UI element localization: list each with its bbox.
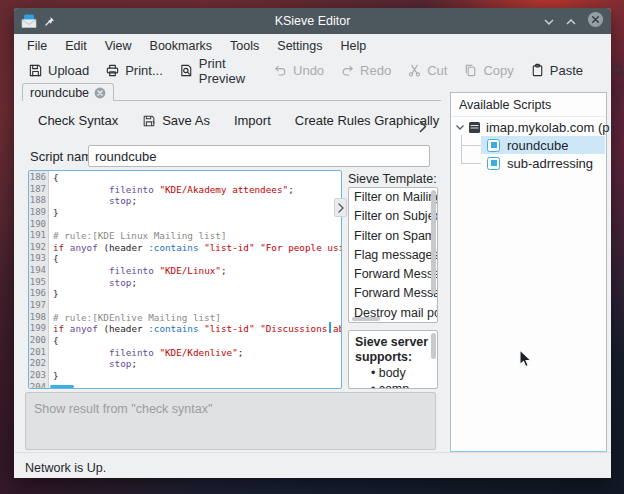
capabilities-vscrollbar[interactable] <box>431 333 436 359</box>
find-icon <box>611 63 624 78</box>
find-button[interactable]: Find... <box>603 60 624 81</box>
code-segment: ; <box>131 195 137 206</box>
upload-icon <box>28 63 43 78</box>
code-segment: anyof <box>70 323 98 334</box>
expand-chevron-icon[interactable] <box>455 124 465 131</box>
text-caret <box>329 322 331 333</box>
template-item[interactable]: Filter on Spam <box>349 227 437 246</box>
template-item[interactable]: Filter on Mailing List <box>349 188 437 207</box>
code-segment: stop <box>109 195 131 206</box>
code-segment: "KDE/Linux" <box>159 265 221 276</box>
button-label: Save As <box>162 113 210 128</box>
line-number: 188 <box>29 195 46 207</box>
line-number: 194 <box>29 265 46 277</box>
code-line: stop; <box>53 195 341 207</box>
code-line: { <box>53 172 341 184</box>
check-syntax-result-box: Show result from "check syntax" <box>25 392 436 450</box>
code-segment <box>53 347 109 358</box>
redo-icon <box>340 63 355 78</box>
tab-close-icon[interactable] <box>94 87 106 99</box>
code-segment: ; <box>288 184 294 195</box>
template-item[interactable]: Flag messages <box>349 246 437 265</box>
server-icon <box>468 121 481 134</box>
splitter-collapse-button[interactable] <box>334 198 347 217</box>
line-number: 200 <box>29 335 46 347</box>
import-button[interactable]: Import <box>224 109 281 132</box>
template-item[interactable]: Forward Message <box>349 265 437 284</box>
print-icon <box>105 63 120 78</box>
line-number: 189 <box>29 207 46 219</box>
editor-horizontal-scrollbar[interactable] <box>50 385 74 388</box>
toolbar-button-label: Redo <box>360 63 391 78</box>
print-preview-icon <box>179 63 194 78</box>
tree-row-script-sub-adrressing[interactable]: sub-adrressing <box>451 154 624 172</box>
paste-icon <box>530 63 545 78</box>
code-line: } <box>53 288 341 300</box>
toolbar-button-label: Copy <box>483 63 513 78</box>
code-segment: :contains <box>148 242 198 253</box>
titlebar[interactable]: KSieve Editor <box>14 8 611 34</box>
code-line: fileinto "KDE/Kdenlive"; <box>53 347 341 359</box>
tab-roundcube[interactable]: roundcube <box>22 83 114 101</box>
template-item[interactable]: Forward Message <box>349 284 437 303</box>
code-segment: stop <box>109 358 131 369</box>
editor-code-area[interactable]: { fileinto "KDE/Akademy attendees"; stop… <box>49 171 341 388</box>
save-as-button[interactable]: Save As <box>132 109 220 132</box>
template-list-hscrollbar[interactable] <box>352 317 380 321</box>
close-button[interactable] <box>587 11 604 32</box>
menu-edit[interactable]: Edit <box>56 36 96 56</box>
tree-row-script-roundcube[interactable]: roundcube <box>451 136 624 154</box>
code-segment: anyof <box>70 242 98 253</box>
script-name-input[interactable] <box>88 145 430 167</box>
line-number: 195 <box>29 277 46 289</box>
print-preview-button[interactable]: Print Preview <box>171 53 253 89</box>
sieve-code-editor[interactable]: 1861871881891901911921931941951961971981… <box>28 170 342 389</box>
line-number: 187 <box>29 184 46 196</box>
script-label: sub-adrressing <box>507 156 593 171</box>
code-segment: stop <box>109 277 131 288</box>
script-toolbar: Check SyntaxSave AsImportCreate Rules Gr… <box>28 109 449 132</box>
cut-icon <box>407 63 422 78</box>
code-line <box>53 382 341 388</box>
line-number: 186 <box>29 172 46 184</box>
print-button[interactable]: Print... <box>97 60 171 81</box>
template-list-vscrollbar[interactable] <box>431 190 436 294</box>
code-line: } <box>53 207 341 219</box>
code-segment: # rule:[KDEnlive Mailing list] <box>53 312 221 323</box>
scripts-tree: imap.mykolab.com (pbro… roundcubesub-adr… <box>451 117 606 447</box>
menu-view[interactable]: View <box>96 36 141 56</box>
toolbar-overflow-button[interactable] <box>414 117 432 135</box>
code-line: { <box>53 253 341 265</box>
code-segment <box>53 358 109 369</box>
maximize-button[interactable] <box>565 12 577 30</box>
paste-button[interactable]: Paste <box>522 60 591 81</box>
code-segment <box>53 184 109 195</box>
code-line <box>53 219 341 231</box>
check-syntax-button[interactable]: Check Syntax <box>28 109 128 132</box>
menu-help[interactable]: Help <box>331 36 375 56</box>
toolbar-button-label: Undo <box>293 63 324 78</box>
tree-row-server[interactable]: imap.mykolab.com (pbro… <box>451 118 610 136</box>
line-number: 197 <box>29 300 46 312</box>
script-checkbox-icon[interactable] <box>487 157 500 170</box>
line-number: 193 <box>29 253 46 265</box>
script-label: roundcube <box>507 138 568 153</box>
code-segment: if <box>53 242 64 253</box>
capability-item: • body <box>371 365 431 381</box>
undo-button: Undo <box>265 60 332 81</box>
menu-settings[interactable]: Settings <box>268 36 331 56</box>
template-item[interactable]: Filter on Subject <box>349 207 437 226</box>
menu-file[interactable]: File <box>18 36 56 56</box>
script-checkbox-icon[interactable] <box>487 139 500 152</box>
ksieve-editor-window: KSieve Editor FileEditViewBookmarksTools… <box>14 8 611 478</box>
minimize-button[interactable] <box>543 12 555 30</box>
line-number: 204 <box>29 382 46 389</box>
toolbar-button-label: Print Preview <box>199 56 245 86</box>
save-as-icon <box>142 114 156 128</box>
upload-button[interactable]: Upload <box>20 60 97 81</box>
code-line: # rule:[KDE Linux Mailing list] <box>53 230 341 242</box>
window-title: KSieve Editor <box>14 14 611 28</box>
server-label: imap.mykolab.com (pbro… <box>486 120 610 135</box>
line-number: 190 <box>29 219 46 231</box>
sieve-template-list[interactable]: Filter on Mailing ListFilter on SubjectF… <box>348 187 438 323</box>
